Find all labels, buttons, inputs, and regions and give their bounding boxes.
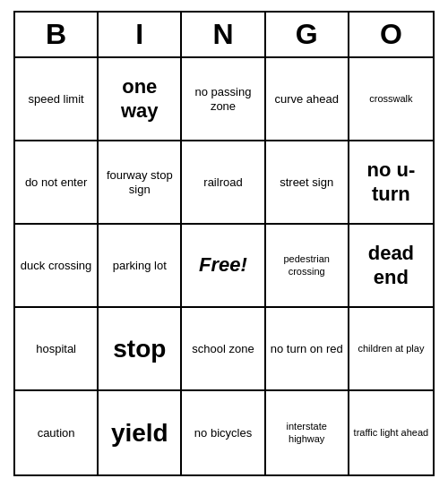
bingo-cell: hospital [15, 308, 99, 391]
bingo-cell: speed limit [15, 58, 99, 141]
cell-text: stop [113, 334, 166, 364]
bingo-cell: parking lot [99, 225, 182, 308]
cell-text: street sign [280, 175, 333, 190]
bingo-cell: children at play [349, 308, 433, 391]
cell-text: no bicycles [194, 426, 252, 440]
cell-text: pedestrian crossing [270, 253, 344, 277]
bingo-cell: railroad [182, 141, 265, 225]
bingo-cell: stop [99, 308, 182, 391]
header-letter: B [15, 13, 99, 56]
cell-text: hospital [36, 342, 76, 356]
cell-text: parking lot [113, 259, 167, 273]
cell-text: caution [38, 426, 75, 440]
cell-text: fourway stop sign [102, 168, 177, 196]
cell-text: school zone [192, 342, 254, 356]
bingo-cell: pedestrian crossing [266, 225, 349, 308]
cell-text: Free! [199, 253, 247, 277]
cell-text: traffic light ahead [354, 427, 429, 439]
bingo-cell: no passing zone [182, 58, 265, 141]
bingo-cell: curve ahead [266, 58, 349, 141]
cell-text: no turn on red [271, 342, 343, 356]
bingo-cell: Free! [182, 225, 265, 308]
bingo-cell: fourway stop sign [99, 141, 182, 225]
bingo-card: BINGO speed limitone wayno passing zonec… [13, 11, 435, 476]
header-letter: G [266, 13, 349, 56]
bingo-cell: crosswalk [349, 58, 433, 141]
bingo-cell: no u-turn [349, 141, 433, 225]
cell-text: one way [102, 75, 177, 123]
bingo-cell: street sign [266, 141, 349, 225]
bingo-cell: duck crossing [15, 225, 99, 308]
bingo-cell: no turn on red [266, 308, 349, 391]
bingo-cell: one way [99, 58, 182, 141]
cell-text: duck crossing [21, 259, 91, 273]
cell-text: curve ahead [274, 92, 339, 107]
bingo-cell: dead end [349, 225, 433, 308]
cell-text: crosswalk [369, 93, 412, 105]
cell-text: children at play [358, 343, 424, 355]
cell-text: no passing zone [185, 85, 260, 113]
bingo-cell: interstate highway [266, 391, 349, 474]
bingo-cell: yield [99, 391, 182, 474]
cell-text: railroad [203, 175, 242, 190]
cell-text: dead end [353, 242, 429, 289]
bingo-cell: do not enter [15, 141, 99, 225]
bingo-header: BINGO [15, 13, 433, 58]
cell-text: yield [111, 418, 168, 449]
header-letter: N [182, 13, 265, 56]
bingo-cell: school zone [182, 308, 265, 391]
cell-text: interstate highway [270, 421, 344, 444]
cell-text: do not enter [25, 175, 87, 190]
header-letter: I [99, 13, 182, 56]
bingo-cell: traffic light ahead [349, 391, 433, 474]
bingo-cell: no bicycles [182, 391, 265, 474]
header-letter: O [349, 13, 433, 56]
cell-text: speed limit [29, 92, 84, 107]
cell-text: no u-turn [353, 158, 429, 206]
bingo-grid: speed limitone wayno passing zonecurve a… [15, 58, 433, 474]
bingo-cell: caution [15, 391, 99, 474]
